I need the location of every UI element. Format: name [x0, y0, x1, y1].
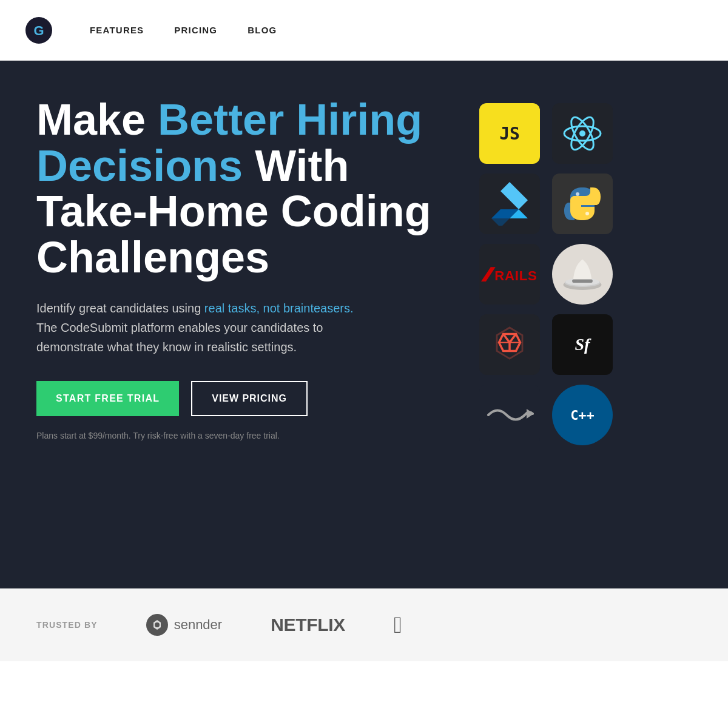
apple-icon:  — [394, 612, 402, 638]
cta-buttons: START FREE TRIAL VIEW PRICING — [36, 381, 461, 416]
tech-row-5: C++ — [461, 385, 631, 445]
trusted-label: TRUSTED BY — [36, 620, 98, 630]
rails-icon: RAILS — [479, 244, 540, 305]
nav-pricing[interactable]: PRICING — [174, 25, 217, 35]
sennder-logo: sennder — [146, 614, 223, 636]
nav-blog[interactable]: BLOG — [248, 25, 277, 35]
netflix-name: NETFLIX — [271, 615, 345, 635]
python-icon — [552, 174, 613, 234]
view-pricing-button[interactable]: VIEW PRICING — [191, 381, 308, 416]
hero-section: Make Better HiringDecisions WithTake-Hom… — [0, 61, 728, 588]
flutter-icon — [479, 174, 540, 234]
logo[interactable]: G — [24, 16, 53, 45]
svg-marker-6 — [500, 182, 528, 209]
elixir-hat-icon — [552, 244, 613, 305]
svg-marker-12 — [481, 267, 496, 281]
hero-content: Make Better HiringDecisions WithTake-Hom… — [36, 97, 461, 552]
laravel-icon — [479, 314, 540, 375]
hero-title: Make Better HiringDecisions WithTake-Hom… — [36, 97, 461, 280]
trusted-logos: sennder NETFLIX  — [146, 612, 402, 638]
react-icon — [552, 103, 613, 164]
svg-point-19 — [155, 622, 160, 627]
svg-point-10 — [576, 192, 579, 196]
svg-point-5 — [579, 130, 585, 136]
nav-links: FEATURES PRICING BLOG — [90, 25, 277, 36]
namecheap-icon — [479, 385, 540, 445]
cpp-icon: C++ — [552, 385, 613, 445]
navbar: G FEATURES PRICING BLOG — [0, 0, 728, 61]
apple-logo:  — [394, 612, 402, 638]
tech-row-2 — [461, 174, 631, 234]
tech-row-4: Sf — [461, 314, 631, 375]
svg-marker-18 — [527, 409, 534, 419]
tech-row-1: JS — [461, 103, 631, 164]
svg-text:G: G — [33, 22, 44, 38]
hero-disclaimer: Plans start at $99/month. Try risk-free … — [36, 431, 461, 440]
tech-icons-panel: JS — [461, 97, 631, 552]
js-icon: JS — [479, 103, 540, 164]
nav-features[interactable]: FEATURES — [90, 25, 144, 35]
sennder-name: sennder — [174, 617, 223, 633]
svg-point-11 — [585, 212, 589, 215]
start-trial-button[interactable]: START FREE TRIAL — [36, 381, 179, 416]
sennder-icon — [146, 614, 168, 636]
svg-marker-9 — [491, 218, 510, 226]
hero-description: Identify great candidates using real tas… — [36, 298, 413, 357]
svg-text:RAILS: RAILS — [494, 268, 537, 283]
symfony-icon: Sf — [552, 314, 613, 375]
trusted-by-bar: TRUSTED BY sennder NETFLIX  — [0, 588, 728, 661]
tech-row-3: RAILS — [461, 244, 631, 305]
netflix-logo: NETFLIX — [271, 615, 345, 635]
hero-title-plain: Make — [36, 95, 158, 144]
svg-rect-17 — [572, 279, 593, 283]
hero-link-text: real tasks, not brainteasers. — [204, 302, 354, 315]
